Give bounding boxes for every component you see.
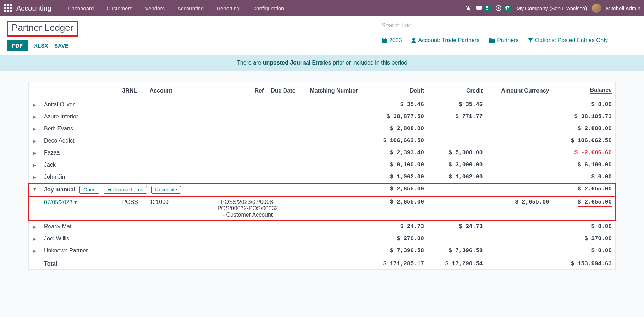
debit-cell: $ 24.73 [369, 221, 428, 233]
avatar[interactable] [592, 4, 601, 13]
credit-cell [428, 135, 486, 147]
report-card: JRNL Account Ref Due Date Matching Numbe… [28, 82, 616, 270]
total-debit: $ 171,285.17 [369, 257, 428, 270]
person-icon [411, 38, 416, 43]
warning-banner[interactable]: There are unposted Journal Entries prior… [0, 55, 644, 71]
nav-right: 5 47 My Company (San Francisco) Mitchell… [466, 4, 640, 13]
partner-name: Deco Addict [40, 135, 119, 147]
credit-cell [428, 183, 486, 196]
expand-caret[interactable]: ▸ [29, 111, 40, 123]
balance-cell: $ 0.00 [553, 221, 615, 233]
col-credit: Credit [428, 82, 486, 99]
partner-row[interactable]: ▸ Jack $ 9,100.00 $ 3,000.00 $ 6,100.00 [29, 159, 615, 171]
open-pill[interactable]: Open [79, 186, 99, 194]
page-title-highlight: Partner Ledger [7, 21, 78, 37]
balance-cell: $ 270.00 [553, 233, 615, 245]
ledger-table: JRNL Account Ref Due Date Matching Numbe… [29, 82, 615, 269]
nav-accounting[interactable]: Accounting [171, 5, 210, 11]
app-brand[interactable]: Accounting [16, 4, 51, 12]
activities-button[interactable]: 47 [496, 5, 512, 11]
nav-customers[interactable]: Customers [100, 5, 139, 11]
col-due: Due Date [267, 82, 306, 99]
partner-name: Beth Evans [40, 123, 119, 135]
control-panel: Partner Ledger PDF XLSX SAVE 2023 Accoun… [0, 16, 644, 55]
filter-date[interactable]: 2023 [381, 37, 402, 44]
apps-icon[interactable] [4, 4, 12, 12]
expand-caret[interactable]: ▸ [29, 123, 40, 135]
balance-cell: $ 106,662.50 [553, 135, 615, 147]
expand-caret[interactable]: ▸ [29, 171, 40, 183]
partner-name: Joy manual [44, 187, 75, 193]
partner-row[interactable]: ▸ John Jim $ 1,062.00 $ 1,062.00 $ 0.00 [29, 171, 615, 183]
balance-cell: $ 2,808.00 [553, 123, 615, 135]
nav-vendors[interactable]: Vendors [139, 5, 171, 11]
search-input[interactable] [381, 22, 637, 29]
svg-point-0 [467, 7, 470, 10]
partner-row[interactable]: ▸ Joel Willis $ 270.00 $ 270.00 [29, 233, 615, 245]
search-wrap [381, 21, 637, 32]
partner-row[interactable]: ▸ Beth Evans $ 2,808.00 $ 2,808.00 [29, 123, 615, 135]
folder-icon [489, 38, 495, 43]
entry-ref: POSS/2023/07/0008-POS/00032-POS/00032 - … [189, 196, 307, 221]
partner-name: Unknown Partner [40, 245, 119, 257]
expand-caret[interactable]: ▸ [29, 147, 40, 159]
col-balance: Balance [553, 82, 615, 99]
xlsx-button[interactable]: XLSX [34, 43, 48, 49]
nav-dashboard[interactable]: Dashboard [61, 5, 100, 11]
credit-cell: $ 3,000.00 [428, 159, 486, 171]
ledger-detail-row[interactable]: 07/05/2023 ▾ POSS 121000 POSS/2023/07/00… [29, 196, 615, 221]
col-match: Matching Number [306, 82, 369, 99]
bug-icon[interactable] [466, 5, 471, 11]
page-title: Partner Ledger [12, 22, 73, 33]
partner-row[interactable]: ▸ Azure Interior $ 38,877.50 $ 771.77 $ … [29, 111, 615, 123]
nav-reporting[interactable]: Reporting [210, 5, 246, 11]
col-ref: Ref [189, 82, 267, 99]
calendar-icon [381, 38, 387, 43]
debit-cell: $ 9,100.00 [369, 159, 428, 171]
nav-configuration[interactable]: Configuration [246, 5, 290, 11]
col-account: Account [146, 82, 189, 99]
partner-row-expanded[interactable]: ▾ Joy manual Open ⇒ Journal Items Reconc… [29, 183, 615, 196]
company-switcher[interactable]: My Company (San Francisco) [517, 5, 587, 11]
expand-caret[interactable]: ▸ [29, 135, 40, 147]
user-menu[interactable]: Mitchell Admin [606, 5, 640, 11]
entry-account: 121000 [146, 196, 189, 221]
partner-row[interactable]: ▸ Fazaa $ 2,393.40 $ 5,000.00 $ -2,606.6… [29, 147, 615, 159]
filter-account[interactable]: Account: Trade Partners [411, 37, 480, 44]
credit-cell: $ 7,396.58 [428, 245, 486, 257]
expand-caret[interactable]: ▸ [29, 99, 40, 111]
entry-date[interactable]: 07/05/2023 ▾ [40, 196, 119, 221]
expand-caret[interactable]: ▸ [29, 245, 40, 257]
partner-row[interactable]: ▸ Anital Oliver $ 35.46 $ 35.46 $ 0.00 [29, 99, 615, 111]
messages-button[interactable]: 5 [476, 5, 491, 11]
partner-row[interactable]: ▸ Deco Addict $ 106,662.50 $ 106,662.50 [29, 135, 615, 147]
entry-jrnl: POSS [119, 196, 146, 221]
total-balance: $ 153,994.63 [553, 257, 615, 270]
collapse-caret[interactable]: ▾ [29, 183, 40, 196]
filter-partners[interactable]: Partners [489, 37, 518, 44]
balance-cell: $ 2,655.00 [553, 196, 615, 221]
debit-cell: $ 106,662.50 [369, 135, 428, 147]
pdf-button[interactable]: PDF [7, 40, 28, 51]
expand-caret[interactable]: ▸ [29, 233, 40, 245]
expand-caret[interactable]: ▸ [29, 221, 40, 233]
partner-row[interactable]: ▸ Ready Mat $ 24.73 $ 24.73 $ 0.00 [29, 221, 615, 233]
balance-cell: $ 6,100.00 [553, 159, 615, 171]
credit-cell [428, 233, 486, 245]
balance-cell: $ -2,606.60 [553, 147, 615, 159]
journal-items-pill[interactable]: ⇒ Journal Items [104, 186, 147, 194]
total-label: Total [40, 257, 119, 270]
total-credit: $ 17,290.54 [428, 257, 486, 270]
reconcile-pill[interactable]: Reconcile [151, 186, 181, 194]
partner-name: John Jim [40, 171, 119, 183]
save-button[interactable]: SAVE [54, 43, 68, 49]
expand-caret[interactable]: ▸ [29, 159, 40, 171]
credit-cell: $ 5,000.00 [428, 147, 486, 159]
partner-row[interactable]: ▸ Unknown Partner $ 7,396.58 $ 7,396.58 … [29, 245, 615, 257]
svg-point-4 [412, 38, 415, 41]
filter-options[interactable]: Options: Posted Entries Only [528, 37, 608, 44]
balance-cell: $ 0.00 [553, 99, 615, 111]
partner-name: Azure Interior [40, 111, 119, 123]
debit-cell: $ 7,396.58 [369, 245, 428, 257]
nav-links: Dashboard Customers Vendors Accounting R… [61, 5, 290, 11]
